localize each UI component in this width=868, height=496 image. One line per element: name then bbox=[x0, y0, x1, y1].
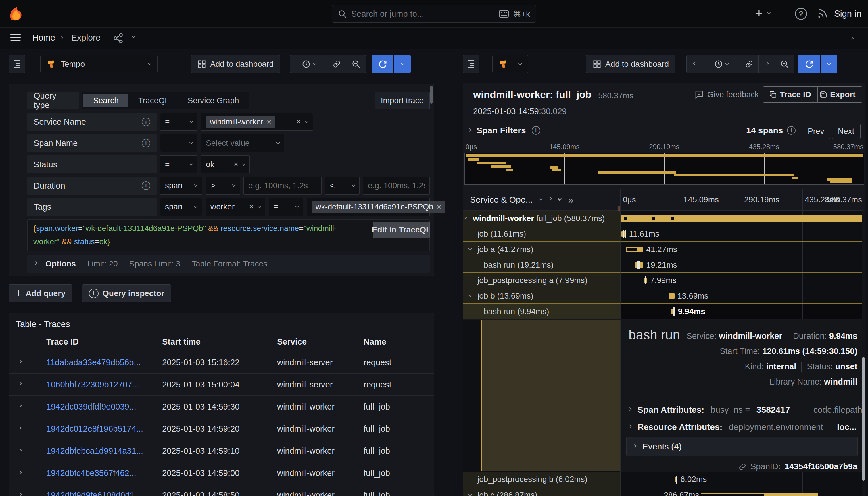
share-icon[interactable] bbox=[113, 33, 124, 44]
trace-id-link[interactable]: 1942dbfebca1d9914a31... bbox=[46, 446, 143, 456]
span-row[interactable]: job_postprocessing a (7.99ms)7.99ms bbox=[463, 273, 865, 288]
col-start-time[interactable]: Start time bbox=[162, 337, 201, 346]
zoom-out-button[interactable] bbox=[775, 56, 794, 73]
help-icon[interactable] bbox=[795, 8, 807, 20]
table-row[interactable]: 1942dbf9d9fa6108d0d1...2025-01-03 14:58:… bbox=[9, 484, 434, 496]
table-row[interactable]: 1942dc039dfdf9e0039...2025-01-03 14:59:3… bbox=[9, 396, 434, 418]
refresh-button[interactable] bbox=[372, 55, 393, 73]
refresh-interval-button[interactable] bbox=[821, 55, 837, 73]
row-expander-icon[interactable] bbox=[18, 404, 22, 408]
link-split-button[interactable] bbox=[327, 56, 346, 73]
trace-id-button[interactable]: Trace ID bbox=[763, 87, 818, 103]
duration-min-input[interactable] bbox=[244, 177, 321, 194]
import-trace-button[interactable]: Import trace bbox=[375, 92, 430, 109]
tags-value-select[interactable]: wk-default-133114d6a91e-PSPQb× bbox=[307, 198, 430, 216]
table-row[interactable]: 1942dbfc4be3567f462...2025-01-03 14:59:0… bbox=[9, 462, 434, 484]
sign-in-link[interactable]: Sign in bbox=[834, 9, 862, 19]
time-picker-button[interactable] bbox=[290, 56, 327, 73]
table-row[interactable]: 1942dbfebca1d9914a31...2025-01-03 14:59:… bbox=[9, 440, 434, 462]
span-expander-icon[interactable] bbox=[468, 493, 472, 496]
tab-traceql[interactable]: TraceQL bbox=[130, 94, 178, 107]
zoom-out-button[interactable] bbox=[346, 56, 366, 73]
span-row[interactable]: windmill-worker full_job (580.37ms) bbox=[463, 211, 865, 226]
options-row[interactable]: Options Limit: 20 Spans Limit: 3 Table F… bbox=[27, 255, 430, 273]
trace-id-link[interactable]: 1942dbf9d9fa6108d0d1... bbox=[46, 491, 141, 496]
row-expander-icon[interactable] bbox=[18, 470, 22, 474]
duration-scope-select[interactable]: span bbox=[160, 177, 202, 195]
span-name-value-select[interactable]: Select value bbox=[201, 134, 284, 152]
collapse-page-icon[interactable] bbox=[851, 37, 854, 41]
chevron-down-icon[interactable] bbox=[539, 197, 543, 201]
edit-in-traceql-button[interactable]: Edit in TraceQL bbox=[373, 221, 430, 238]
trace-id-link[interactable]: 1060bbf732309b12707... bbox=[46, 380, 139, 389]
refresh-interval-button[interactable] bbox=[394, 55, 411, 73]
span-row[interactable]: job_postprocessing b (6.02ms)6.02ms bbox=[463, 471, 865, 487]
remove-icon[interactable]: × bbox=[267, 118, 271, 126]
trace-id-link[interactable]: 11dabada33e479db56b... bbox=[46, 358, 141, 367]
query-inspector-button[interactable]: Query inspector bbox=[82, 284, 171, 302]
expand-all-icon[interactable]: » bbox=[568, 197, 573, 203]
trace-id-link[interactable]: 1942dc039dfdf9e0039... bbox=[46, 402, 136, 412]
span-bar[interactable] bbox=[621, 215, 863, 222]
tags-scope-select[interactable]: span bbox=[160, 198, 202, 216]
right-pane-outline-button[interactable] bbox=[463, 55, 479, 73]
time-shift-forward-button[interactable] bbox=[759, 56, 775, 73]
prev-span-button[interactable]: Prev bbox=[802, 124, 830, 139]
give-feedback-button[interactable]: Give feedback bbox=[695, 90, 759, 99]
share-chevron-icon[interactable] bbox=[131, 34, 135, 38]
span-row[interactable]: job b (13.69ms)13.69ms bbox=[463, 288, 865, 304]
tags-op-select[interactable]: = bbox=[269, 198, 303, 216]
col-service[interactable]: Service bbox=[277, 337, 307, 346]
span-row[interactable]: bash run (19.21ms)19.21ms bbox=[463, 257, 865, 273]
trace-id-link[interactable]: 1942dc012e8f196b5174... bbox=[46, 424, 143, 434]
remove-icon[interactable]: × bbox=[249, 203, 254, 211]
datasource-picker-compact[interactable] bbox=[492, 55, 528, 73]
add-to-dashboard-button-left[interactable]: Add to dashboard bbox=[191, 55, 280, 73]
service-name-value-select[interactable]: windmill-worker× × bbox=[201, 113, 313, 131]
service-name-op-select[interactable]: = bbox=[160, 113, 198, 131]
duration-lt-select[interactable]: < bbox=[325, 177, 359, 195]
span-bar[interactable] bbox=[669, 293, 675, 299]
new-button[interactable]: + bbox=[755, 7, 770, 19]
menu-icon[interactable] bbox=[10, 34, 21, 41]
span-row[interactable]: job a (41.27ms)41.27ms bbox=[463, 242, 865, 257]
resource-attributes-row[interactable]: Resource Attributes: deployment.environm… bbox=[629, 422, 856, 432]
add-to-dashboard-button-right[interactable]: Add to dashboard bbox=[586, 55, 676, 73]
row-expander-icon[interactable] bbox=[18, 426, 22, 430]
row-expander-icon[interactable] bbox=[18, 493, 22, 496]
row-expander-icon[interactable] bbox=[18, 360, 22, 363]
status-op-select[interactable]: = bbox=[160, 155, 198, 173]
trace-id-link[interactable]: 1942dbfc4be3567f462... bbox=[46, 468, 136, 478]
scrollbar-track[interactable] bbox=[862, 211, 865, 496]
row-expander-icon[interactable] bbox=[18, 448, 22, 452]
tags-key-select[interactable]: worker× bbox=[205, 198, 265, 216]
col-trace-id[interactable]: Trace ID bbox=[46, 337, 79, 346]
datasource-picker[interactable]: Tempo bbox=[40, 55, 157, 73]
service-operation-header[interactable]: Service & Ope... bbox=[470, 195, 532, 205]
refresh-button[interactable] bbox=[798, 55, 820, 73]
left-pane-outline-button[interactable] bbox=[9, 55, 25, 73]
table-row[interactable]: 11dabada33e479db56b...2025-01-03 15:16:2… bbox=[9, 351, 434, 373]
time-shift-back-button[interactable] bbox=[687, 56, 703, 73]
table-row[interactable]: 1942dc012e8f196b5174...2025-01-03 14:59:… bbox=[9, 418, 434, 440]
table-row[interactable]: 1060bbf732309b12707...2025-01-03 15:00:0… bbox=[9, 373, 434, 396]
remove-icon[interactable]: × bbox=[234, 160, 238, 168]
add-query-button[interactable]: + Add query bbox=[9, 284, 72, 302]
grafana-logo-icon[interactable] bbox=[7, 6, 24, 22]
scrollbar-thumb[interactable] bbox=[862, 357, 865, 481]
chevron-right-icon[interactable] bbox=[549, 197, 553, 201]
status-value-select[interactable]: ok× bbox=[201, 155, 250, 173]
span-row[interactable]: job c (286.87ms)286.87ms bbox=[463, 487, 865, 496]
remove-icon[interactable]: × bbox=[437, 203, 441, 211]
row-expander-icon[interactable] bbox=[18, 382, 22, 386]
span-filters-toggle[interactable]: Span Filters bbox=[468, 126, 540, 135]
col-name[interactable]: Name bbox=[363, 337, 386, 346]
breadcrumb-explore[interactable]: Explore bbox=[71, 33, 100, 43]
span-expander-icon[interactable] bbox=[464, 216, 467, 219]
clear-icon[interactable]: × bbox=[296, 118, 301, 126]
tab-service-graph[interactable]: Service Graph bbox=[179, 94, 248, 107]
tab-search[interactable]: Search bbox=[83, 94, 128, 107]
span-attributes-row[interactable]: Span Attributes: busy_ns = 3582417 code.… bbox=[629, 405, 865, 415]
time-picker-button[interactable] bbox=[703, 56, 740, 73]
trace-minimap[interactable] bbox=[464, 153, 864, 185]
